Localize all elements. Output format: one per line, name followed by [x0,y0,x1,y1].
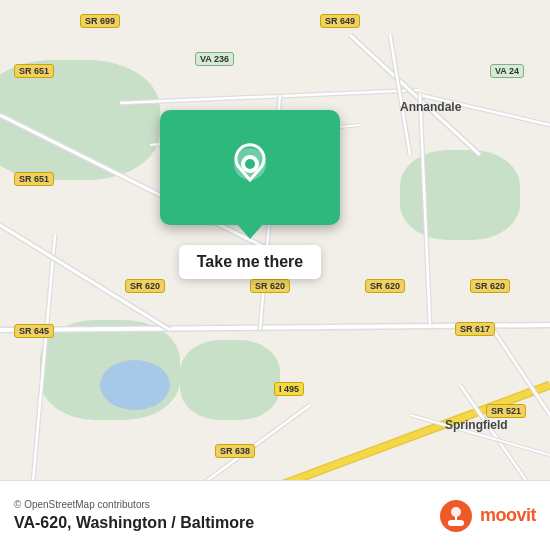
badge-sr617: SR 617 [455,322,495,336]
badge-sr521: SR 521 [486,404,526,418]
place-label-springfield: Springfield [445,418,508,432]
badge-sr620a: SR 620 [125,279,165,293]
svg-line-5 [350,35,480,155]
moovit-icon [438,498,474,534]
svg-line-13 [390,35,410,155]
svg-point-37 [451,507,461,517]
badge-sr651b: SR 651 [14,172,54,186]
map-popup[interactable]: Take me there [145,110,355,279]
location-text: VA-620, Washington / Baltimore [14,514,254,532]
svg-rect-38 [455,516,457,521]
bottom-bar: © OpenStreetMap contributors VA-620, Was… [0,480,550,550]
badge-sr638: SR 638 [215,444,255,458]
svg-line-17 [420,95,430,325]
svg-line-11 [30,235,55,515]
badge-sr649: SR 649 [320,14,360,28]
popup-bubble [160,110,340,225]
badge-sr620b: SR 620 [250,279,290,293]
location-pin-icon [224,142,276,194]
svg-point-34 [245,159,255,169]
moovit-text: moovit [480,505,536,526]
badge-va236: VA 236 [195,52,234,66]
badge-sr645: SR 645 [14,324,54,338]
attribution-text: © OpenStreetMap contributors [14,499,254,510]
map-container: SR 699 SR 649 SR 651 VA 236 VA 24 SR 651… [0,0,550,550]
badge-sr620c: SR 620 [365,279,405,293]
badge-sr620d: SR 620 [470,279,510,293]
place-label-annandale: Annandale [400,100,461,114]
moovit-logo[interactable]: moovit [438,498,536,534]
bottom-left: © OpenStreetMap contributors VA-620, Was… [14,499,254,532]
badge-sr651a: SR 651 [14,64,54,78]
badge-sr699: SR 699 [80,14,120,28]
badge-va24: VA 24 [490,64,524,78]
svg-line-3 [120,90,420,103]
popup-label[interactable]: Take me there [179,245,321,279]
badge-i495: I 495 [274,382,304,396]
